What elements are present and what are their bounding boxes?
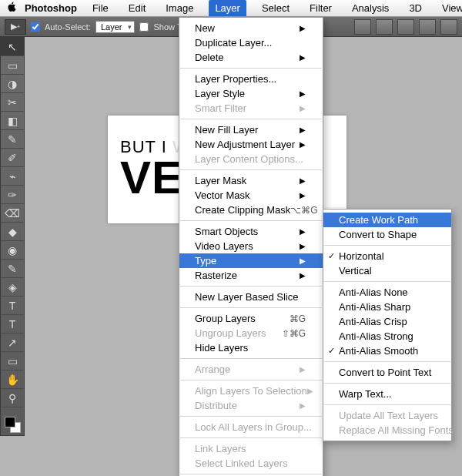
menu-3d[interactable]: 3D — [404, 1, 427, 15]
move-tool[interactable]: ↖ — [1, 38, 24, 56]
type-tool[interactable]: T — [1, 315, 24, 334]
foreground-swatch[interactable] — [5, 417, 15, 427]
menu-item[interactable]: Video Layers▶ — [179, 239, 323, 253]
align-icon[interactable] — [440, 19, 457, 35]
auto-select-checkbox[interactable] — [31, 22, 40, 32]
app-name[interactable]: Photoshop — [25, 2, 77, 14]
crop-tool[interactable]: ◧ — [1, 112, 24, 130]
menu-edit[interactable]: Edit — [124, 1, 150, 15]
menu-item[interactable]: Type▶ — [179, 253, 323, 268]
menu-item: Link Layers — [179, 441, 323, 456]
apple-icon[interactable] — [6, 2, 17, 15]
menu-item[interactable]: Delete▶ — [179, 50, 323, 65]
layer-dropdown-menu: New▶Duplicate Layer...Delete▶Layer Prope… — [179, 17, 323, 476]
menu-item[interactable]: New Fill Layer▶ — [179, 122, 323, 137]
menu-item[interactable]: Convert to Point Text — [323, 365, 451, 380]
wand-tool[interactable]: ✂ — [1, 93, 24, 112]
menu-item: Select Linked Layers — [179, 456, 323, 471]
auto-select-dropdown[interactable]: Layer — [95, 21, 136, 33]
menu-item: Distribute▶ — [179, 398, 323, 413]
menu-item[interactable]: Rasterize▶ — [179, 268, 323, 283]
menu-analysis[interactable]: Analysis — [347, 1, 393, 15]
dodge-tool[interactable]: ◈ — [1, 278, 24, 297]
menu-image[interactable]: Image — [161, 1, 198, 15]
blur-tool[interactable]: ✎ — [1, 260, 24, 278]
eraser-tool[interactable]: ◆ — [1, 223, 24, 241]
menu-item[interactable]: Smart Objects▶ — [179, 224, 323, 239]
menu-item[interactable]: Convert to Shape — [323, 227, 451, 242]
menu-item[interactable]: Layer Properties... — [179, 72, 323, 86]
toolbox: ↖ ▭ ◑ ✂ ◧ ✎ ✐ ⌁ ✑ ⌫ ◆ ◉ ✎ ◈ T T ↗ ▭ ✋ ⚲ — [0, 37, 25, 436]
menu-item[interactable]: New Layer Based Slice — [179, 290, 323, 304]
menu-item: Ungroup Layers⇧⌘G — [179, 326, 323, 340]
align-icon[interactable] — [354, 19, 371, 35]
align-icon[interactable] — [397, 19, 414, 35]
pen-tool[interactable]: T — [1, 297, 24, 315]
auto-select-label: Auto-Select: — [45, 22, 91, 32]
menu-select[interactable]: Select — [257, 1, 294, 15]
menu-item[interactable]: Duplicate Layer... — [179, 35, 323, 50]
menu-item[interactable]: Vector Mask▶ — [179, 188, 323, 203]
align-icon[interactable] — [419, 19, 436, 35]
menu-item[interactable]: ✓Anti-Alias Smooth — [323, 344, 451, 358]
marquee-tool[interactable]: ▭ — [1, 56, 24, 75]
menu-item[interactable]: Anti-Alias Sharp — [323, 300, 451, 314]
menu-item[interactable]: ✓Horizontal — [323, 249, 451, 263]
menu-item[interactable]: Vertical — [323, 263, 451, 278]
menu-file[interactable]: File — [88, 1, 113, 15]
color-swatches[interactable] — [1, 414, 24, 435]
menu-item[interactable]: Group Layers⌘G — [179, 311, 323, 326]
history-brush-tool[interactable]: ⌫ — [1, 204, 24, 223]
menu-item[interactable]: Hide Layers — [179, 340, 323, 355]
heal-tool[interactable]: ✐ — [1, 149, 24, 167]
menu-item[interactable]: New▶ — [179, 21, 323, 35]
menu-item[interactable]: Create Clipping Mask⌥⌘G — [179, 203, 323, 217]
tool-preset-icon[interactable]: ▶+ — [5, 19, 26, 35]
menu-layer[interactable]: Layer — [209, 0, 246, 16]
align-icon[interactable] — [376, 19, 393, 35]
menu-item: Layer Content Options... — [179, 152, 323, 166]
menu-item: Update All Text Layers — [323, 408, 451, 423]
menu-item: Smart Filter▶ — [179, 101, 323, 116]
menu-item[interactable]: Layer Style▶ — [179, 86, 323, 101]
shape-tool[interactable]: ▭ — [1, 352, 24, 370]
gradient-tool[interactable]: ◉ — [1, 241, 24, 260]
show-transform-checkbox[interactable] — [139, 22, 149, 32]
type-submenu: Create Work PathConvert to Shape✓Horizon… — [323, 209, 452, 441]
menu-item: Lock All Layers in Group... — [179, 420, 323, 434]
menu-item: Arrange▶ — [179, 362, 323, 377]
menu-filter[interactable]: Filter — [305, 1, 336, 15]
menu-view[interactable]: View — [437, 1, 462, 15]
menu-item[interactable]: Warp Text... — [323, 387, 451, 401]
path-tool[interactable]: ↗ — [1, 334, 24, 352]
lasso-tool[interactable]: ◑ — [1, 75, 24, 93]
stamp-tool[interactable]: ✑ — [1, 186, 24, 204]
menu-item[interactable]: New Adjustment Layer▶ — [179, 137, 323, 152]
brush-tool[interactable]: ⌁ — [1, 167, 24, 186]
zoom-tool[interactable]: ⚲ — [1, 389, 24, 407]
menu-item[interactable]: Anti-Alias Crisp — [323, 314, 451, 329]
menu-item: Replace All Missing Fonts — [323, 423, 451, 437]
menu-item[interactable]: Anti-Alias Strong — [323, 329, 451, 344]
menu-item[interactable]: Anti-Alias None — [323, 285, 451, 300]
hand-tool[interactable]: ✋ — [1, 370, 24, 389]
menu-item[interactable]: Create Work Path — [323, 213, 451, 227]
eyedropper-tool[interactable]: ✎ — [1, 130, 24, 149]
mac-menu-bar: Photoshop File Edit Image Layer Select F… — [0, 0, 462, 17]
menu-item: Align Layers To Selection▶ — [179, 384, 323, 398]
menu-item[interactable]: Layer Mask▶ — [179, 173, 323, 188]
